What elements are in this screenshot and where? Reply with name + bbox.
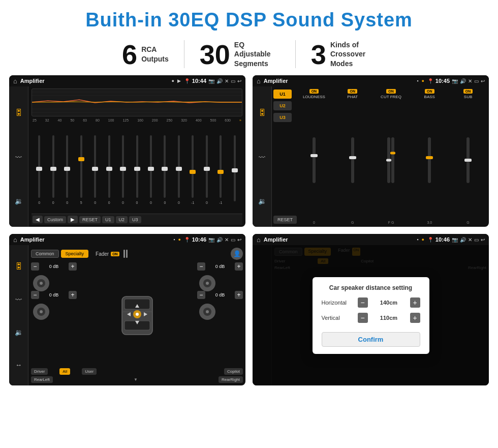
amp-content: 🎛 〰 🔉 U1 U2 U3 RESET ON LO [253, 86, 489, 227]
vertical-plus-btn[interactable]: + [410, 313, 420, 323]
dialog-screen: ⌂ Amplifier ▪ ● 📍 10:46 📷 🔊 ✕ ▭ ↩ Common [253, 234, 489, 385]
all-btn[interactable]: All [59, 368, 70, 375]
vol-fl-minus[interactable]: − [31, 262, 39, 271]
eq-label-500: 500 [210, 118, 216, 122]
horizontal-plus-btn[interactable]: + [410, 297, 420, 308]
eq-speaker-icon[interactable]: 🔉 [15, 197, 23, 205]
fader-body: − 0 dB + − 0 dB + [31, 262, 243, 366]
eq-u1-btn[interactable]: U1 [102, 216, 114, 223]
amp-minimize-icon: ▭ [474, 78, 479, 84]
phat-knob[interactable] [351, 100, 354, 220]
speaker-icon-fl [31, 273, 77, 288]
fader-sliders-mini [123, 250, 128, 258]
svg-point-26 [206, 310, 209, 313]
stat-number-crossover: 3 [311, 41, 326, 68]
stat-label-rca: RCAOutputs [141, 45, 169, 63]
eq-prev-btn[interactable]: ◀ [33, 216, 43, 223]
user-btn[interactable]: User [82, 368, 97, 375]
back-icon[interactable]: ↩ [237, 78, 241, 84]
fader-screen: ⌂ Amplifier ▪ ● 📍 10:46 📷 🔊 ✕ ▭ ↩ 🎛 〰 🔉 … [9, 234, 245, 385]
eq-u3-btn[interactable]: U3 [129, 216, 141, 223]
tab-specialty[interactable]: Specialty [61, 250, 89, 258]
amp-u1-btn[interactable]: U1 [273, 89, 292, 99]
fader-wave-icon[interactable]: 〰 [15, 296, 22, 304]
amp-ctrl-cutfreq: ON CUT FREQ F [373, 89, 410, 224]
amp-ctrl-loudness: ON LOUDNESS 0 [296, 89, 332, 224]
fader-car-diagram [80, 262, 194, 366]
camera-icon: 📷 [208, 78, 214, 84]
horizontal-minus-btn[interactable]: − [358, 297, 368, 308]
vol-fr-minus[interactable]: − [197, 262, 205, 271]
cutfreq-knob[interactable] [387, 100, 394, 220]
vol-rl-value: 0 dB [41, 292, 67, 297]
amp-filter-icon[interactable]: 🎛 [258, 108, 266, 117]
volume-icon: 🔊 [216, 78, 223, 84]
eq-slider-11[interactable]: -1 [186, 133, 199, 204]
stat-label-crossover: Kinds ofCrossover Modes [330, 40, 376, 68]
vol-fr-plus[interactable]: + [235, 262, 243, 271]
eq-custom-btn[interactable]: Custom [44, 216, 66, 223]
fader-filter-icon[interactable]: 🎛 [15, 262, 23, 271]
eq-slider-14[interactable] [228, 133, 241, 204]
eq-slider-13[interactable]: -1 [214, 133, 227, 204]
rearright-btn[interactable]: RearRight [219, 376, 243, 383]
eq-next-btn[interactable]: ▶ [68, 216, 78, 223]
fader-content: 🎛 〰 🔉 ↔ Common Specialty Fader ON [9, 245, 245, 385]
amp-back-icon[interactable]: ↩ [481, 78, 485, 84]
vol-row-fr: − 0 dB + [197, 262, 243, 271]
amp-u2-btn[interactable]: U2 [273, 101, 292, 110]
eq-slider-0[interactable]: 0 [33, 133, 46, 204]
eq-label-250: 250 [167, 118, 173, 122]
minimize-icon: ▭ [231, 78, 235, 84]
loudness-knob[interactable] [313, 100, 316, 220]
dialog-back-icon[interactable]: ↩ [481, 237, 485, 243]
amp-main-area: U1 U2 U3 RESET ON LOUDNESS [272, 86, 489, 227]
vol-rl-plus[interactable]: + [69, 291, 77, 299]
eq-slider-10[interactable]: 0 [172, 133, 185, 204]
dialog-home-icon[interactable]: ⌂ [257, 236, 261, 244]
fader-back-icon[interactable]: ↩ [237, 237, 241, 243]
fader-home-icon[interactable]: ⌂ [13, 236, 17, 244]
amp-u3-btn[interactable]: U3 [273, 113, 292, 122]
dialog-location-icon: 📍 [427, 237, 433, 243]
eq-slider-8[interactable]: 0 [144, 133, 158, 204]
sub-knob[interactable] [466, 100, 470, 220]
eq-slider-7[interactable]: 0 [130, 133, 143, 204]
amp-speaker-icon[interactable]: 🔉 [258, 197, 266, 205]
eq-filter-icon[interactable]: 🎛 [15, 108, 23, 117]
eq-reset-btn[interactable]: RESET [79, 216, 101, 223]
driver-btn[interactable]: Driver [31, 368, 48, 375]
tab-common[interactable]: Common [31, 250, 59, 258]
eq-slider-6[interactable]: 0 [116, 133, 130, 204]
amp-title: Amplifier [264, 78, 414, 84]
bass-knob[interactable] [428, 100, 431, 220]
eq-u2-btn[interactable]: U2 [116, 216, 128, 223]
eq-slider-12[interactable]: 0 [200, 133, 213, 204]
eq-slider-9[interactable]: 0 [158, 133, 171, 204]
eq-slider-3[interactable]: 5 [74, 133, 87, 204]
eq-wave-icon[interactable]: 〰 [15, 154, 22, 161]
amp-home-icon[interactable]: ⌂ [257, 77, 261, 85]
copilot-btn[interactable]: Copilot [224, 368, 243, 375]
rearleft-btn[interactable]: RearLeft [31, 376, 53, 383]
eq-slider-5[interactable]: 0 [102, 133, 115, 204]
amp-wave-icon[interactable]: 〰 [259, 154, 265, 161]
fader-minimize-icon: ▭ [231, 237, 235, 243]
home-icon[interactable]: ⌂ [13, 77, 17, 85]
fader-arrows-icon[interactable]: ↔ [15, 361, 22, 369]
svg-point-23 [206, 282, 209, 285]
vol-rr-minus[interactable]: − [197, 291, 205, 299]
vol-fl-plus[interactable]: + [69, 262, 77, 271]
amp-rec-icon: ▪ [417, 78, 418, 83]
vol-rl-minus[interactable]: − [31, 291, 39, 299]
confirm-button[interactable]: Confirm [322, 332, 420, 347]
eq-slider-2[interactable]: 0 [60, 133, 74, 204]
vol-rr-plus[interactable]: + [235, 291, 243, 299]
eq-slider-1[interactable]: 0 [46, 133, 59, 204]
bass-value: 3.0 [427, 221, 432, 224]
fader-speaker-icon[interactable]: 🔉 [15, 328, 23, 336]
eq-slider-4[interactable]: 0 [88, 133, 102, 204]
horizontal-value: 140cm [371, 300, 407, 306]
eq-label-200: 200 [152, 118, 158, 122]
vertical-minus-btn[interactable]: − [358, 313, 368, 323]
